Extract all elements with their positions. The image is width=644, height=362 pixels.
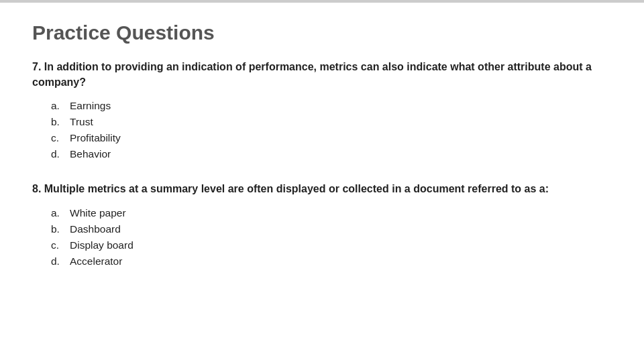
question-block-1: 7. In addition to providing an indicatio… bbox=[32, 59, 612, 162]
options-list-1: a.Earningsb.Trustc.Profitabilityd.Behavi… bbox=[51, 98, 612, 162]
list-item: d.Behavior bbox=[51, 146, 612, 162]
option-text: Dashboard bbox=[70, 221, 121, 237]
option-text: White paper bbox=[70, 205, 126, 221]
option-letter: b. bbox=[51, 114, 63, 130]
list-item: a.Earnings bbox=[51, 98, 612, 114]
option-text: Profitability bbox=[70, 130, 121, 146]
question-text-1: 7. In addition to providing an indicatio… bbox=[32, 59, 612, 90]
list-item: c.Profitability bbox=[51, 130, 612, 146]
list-item: d.Accelerator bbox=[51, 253, 612, 269]
questions-container: 7. In addition to providing an indicatio… bbox=[32, 59, 612, 269]
option-letter: a. bbox=[51, 205, 63, 221]
option-text: Accelerator bbox=[70, 253, 122, 269]
option-text: Behavior bbox=[70, 146, 111, 162]
question-text-2: 8. Multiple metrics at a summary level a… bbox=[32, 181, 612, 196]
page-title: Practice Questions bbox=[32, 21, 612, 44]
option-letter: c. bbox=[51, 130, 63, 146]
list-item: b.Trust bbox=[51, 114, 612, 130]
option-letter: d. bbox=[51, 146, 63, 162]
list-item: c.Display board bbox=[51, 237, 612, 253]
list-item: a.White paper bbox=[51, 205, 612, 221]
option-text: Trust bbox=[70, 114, 93, 130]
option-letter: a. bbox=[51, 98, 63, 114]
list-item: b.Dashboard bbox=[51, 221, 612, 237]
main-content: Practice Questions 7. In addition to pro… bbox=[0, 3, 644, 307]
option-letter: b. bbox=[51, 221, 63, 237]
option-letter: d. bbox=[51, 253, 63, 269]
option-text: Display board bbox=[70, 237, 133, 253]
option-letter: c. bbox=[51, 237, 63, 253]
option-text: Earnings bbox=[70, 98, 111, 114]
question-block-2: 8. Multiple metrics at a summary level a… bbox=[32, 181, 612, 269]
options-list-2: a.White paperb.Dashboardc.Display boardd… bbox=[51, 205, 612, 269]
